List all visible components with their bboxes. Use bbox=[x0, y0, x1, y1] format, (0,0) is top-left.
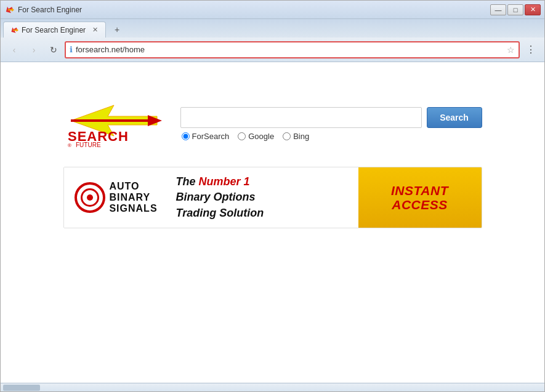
radio-group: ForSearch Google Bing bbox=[180, 132, 482, 141]
maximize-button[interactable]: □ bbox=[507, 4, 523, 15]
address-bar[interactable]: ℹ forsearch.net/home ☆ bbox=[65, 41, 520, 58]
abs-brand: AUTO BINARY SIGNALS bbox=[75, 181, 157, 214]
ad-logo: AUTO BINARY SIGNALS bbox=[64, 167, 169, 228]
search-input[interactable] bbox=[180, 107, 422, 128]
ad-text-part2: Binary Options bbox=[176, 191, 256, 203]
scrollbar[interactable] bbox=[1, 383, 544, 391]
tab-close-button[interactable]: ✕ bbox=[91, 26, 99, 34]
new-tab-button[interactable]: + bbox=[108, 22, 126, 38]
tab-label: For Search Enginer bbox=[22, 26, 86, 34]
abs-auto-label: AUTO bbox=[109, 181, 157, 192]
url-text: forsearch.net/home bbox=[76, 45, 507, 54]
ad-text-part1: The bbox=[176, 175, 199, 188]
search-row: SEARCH ® FUTURE Search bbox=[63, 99, 482, 148]
ad-banner[interactable]: AUTO BINARY SIGNALS The Number 1 Binary … bbox=[63, 167, 482, 228]
browser-window: For Search Enginer — □ ✕ For Search Engi… bbox=[0, 0, 545, 392]
info-icon: ℹ bbox=[70, 45, 73, 54]
abs-binary-label: BINARY bbox=[109, 192, 157, 203]
radio-google-label: Google bbox=[248, 132, 274, 141]
ad-text-part3: Trading Solution bbox=[176, 207, 264, 219]
back-button[interactable]: ‹ bbox=[6, 41, 23, 58]
search-input-container: Search ForSearch Google Bi bbox=[180, 107, 482, 141]
title-bar: For Search Enginer — □ ✕ bbox=[1, 1, 544, 19]
forsearch-logo: SEARCH ® FUTURE bbox=[65, 99, 172, 148]
search-input-row: Search bbox=[180, 107, 482, 128]
favicon bbox=[4, 5, 14, 15]
tab-favicon bbox=[10, 26, 18, 34]
page-content: SEARCH ® FUTURE Search bbox=[1, 62, 544, 383]
nav-bar: ‹ › ↻ ℹ forsearch.net/home ☆ ⋮ bbox=[1, 38, 544, 62]
abs-circle-icon bbox=[75, 182, 105, 213]
scrollbar-thumb[interactable] bbox=[3, 385, 40, 391]
forward-button[interactable]: › bbox=[25, 41, 42, 58]
window-title: For Search Enginer bbox=[18, 6, 490, 14]
radio-bing-label: Bing bbox=[293, 132, 309, 141]
window-controls: — □ ✕ bbox=[490, 4, 541, 15]
svg-marker-5 bbox=[17, 28, 19, 31]
ad-cta-button[interactable]: INSTANTACCESS bbox=[358, 167, 482, 228]
tab-bar: For Search Enginer ✕ + bbox=[1, 19, 544, 38]
radio-forsearch-label: ForSearch bbox=[192, 132, 230, 141]
abs-signals-label: SIGNALS bbox=[109, 203, 157, 214]
abs-inner-circle bbox=[81, 188, 99, 207]
active-tab[interactable]: For Search Enginer ✕ bbox=[3, 22, 106, 38]
search-area: SEARCH ® FUTURE Search bbox=[63, 99, 482, 228]
radio-bing[interactable]: Bing bbox=[283, 132, 309, 141]
reload-button[interactable]: ↻ bbox=[45, 41, 62, 58]
svg-text:FUTURE: FUTURE bbox=[76, 142, 101, 148]
search-button[interactable]: Search bbox=[427, 107, 482, 128]
ad-description: The Number 1 Binary Options Trading Solu… bbox=[169, 169, 358, 226]
bookmark-icon[interactable]: ☆ bbox=[507, 45, 515, 55]
close-button[interactable]: ✕ bbox=[525, 4, 541, 15]
abs-dot bbox=[87, 194, 93, 201]
svg-marker-2 bbox=[12, 8, 14, 12]
abs-text: AUTO BINARY SIGNALS bbox=[109, 181, 157, 214]
instant-access-label: INSTANTACCESS bbox=[391, 183, 448, 212]
radio-forsearch[interactable]: ForSearch bbox=[182, 132, 230, 141]
minimize-button[interactable]: — bbox=[490, 4, 506, 15]
radio-google[interactable]: Google bbox=[238, 132, 274, 141]
menu-button[interactable]: ⋮ bbox=[522, 41, 539, 58]
logo-container: SEARCH ® FUTURE bbox=[63, 99, 174, 148]
svg-text:®: ® bbox=[68, 143, 71, 148]
ad-number1: Number 1 bbox=[199, 175, 250, 188]
